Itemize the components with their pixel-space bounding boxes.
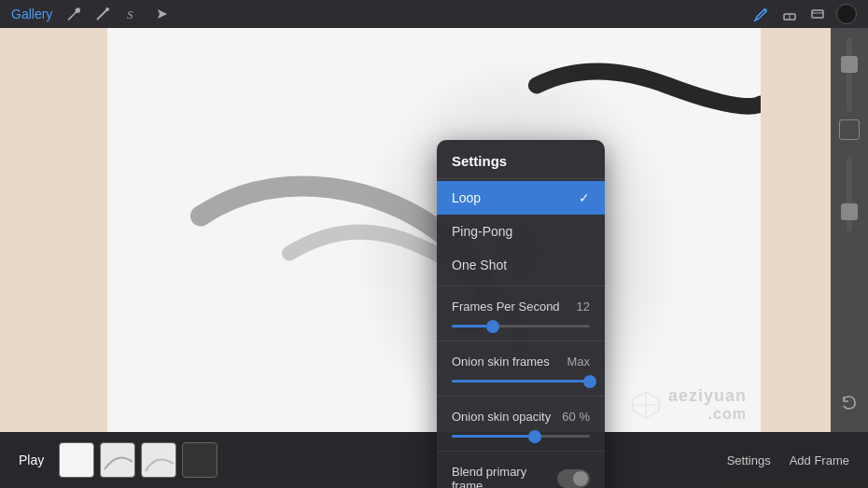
section-divider <box>437 286 605 286</box>
settings-divider <box>437 178 605 179</box>
onion-frames-slider-thumb[interactable] <box>583 375 596 388</box>
undo-button[interactable] <box>838 391 861 413</box>
blend-primary-toggle[interactable] <box>557 469 590 488</box>
fps-slider-container <box>437 323 605 337</box>
blend-primary-knob <box>573 471 588 486</box>
wand-icon[interactable] <box>93 5 112 23</box>
bottom-right: Settings Add Frame <box>727 453 849 467</box>
wrench-icon[interactable] <box>63 5 82 23</box>
top-bar: Gallery S <box>0 0 868 28</box>
top-bar-left: Gallery S <box>11 5 172 23</box>
ping-pong-option[interactable]: Ping-Pong <box>437 215 605 248</box>
onion-opacity-row: Onion skin opacity 60 % <box>437 400 605 433</box>
svg-line-0 <box>97 10 106 20</box>
canvas-area[interactable] <box>107 28 761 432</box>
eraser-icon[interactable] <box>780 5 799 23</box>
frame-thumb-2[interactable] <box>100 442 135 478</box>
onion-opacity-value: 60 % <box>562 410 590 424</box>
onion-frames-row: Onion skin frames Max <box>437 345 605 378</box>
watermark-text: aeziyuan <box>668 386 747 406</box>
add-frame-button[interactable]: Add Frame <box>790 453 849 467</box>
gallery-button[interactable]: Gallery <box>11 7 52 21</box>
frame-thumb-1[interactable] <box>59 442 94 478</box>
svg-text:S: S <box>127 7 133 21</box>
fps-row: Frames Per Second 12 <box>437 290 605 323</box>
one-shot-option[interactable]: One Shot <box>437 248 605 282</box>
loop-checkmark: ✓ <box>579 190 590 205</box>
onion-frames-label: Onion skin frames <box>452 355 550 369</box>
fps-slider-thumb[interactable] <box>486 320 499 333</box>
top-bar-right <box>752 4 857 24</box>
bottom-bar: Play Settings Add Frame <box>0 432 868 488</box>
fps-label: Frames Per Second <box>452 300 560 314</box>
move-icon[interactable] <box>153 5 172 23</box>
canvas-tool-button[interactable] <box>839 119 860 140</box>
section-divider3 <box>437 396 605 397</box>
opacity-slider-thumb[interactable] <box>841 56 858 73</box>
brush-stroke-svg <box>107 28 761 432</box>
watermark: aeziyuan .com <box>629 386 747 423</box>
settings-button[interactable]: Settings <box>727 453 771 467</box>
one-shot-label: One Shot <box>452 258 507 272</box>
fps-value: 12 <box>577 300 590 314</box>
size-slider-track[interactable] <box>847 157 852 231</box>
onion-frames-slider-fill <box>452 380 590 383</box>
blend-primary-label: Blend primary frame <box>452 465 557 488</box>
avatar[interactable] <box>836 4 857 24</box>
onion-frames-slider-track[interactable] <box>452 380 590 383</box>
right-toolbar <box>831 28 868 432</box>
onion-opacity-slider-fill <box>452 435 535 438</box>
section-divider4 <box>437 451 605 452</box>
play-button[interactable]: Play <box>19 453 44 467</box>
loop-label: Loop <box>452 190 481 205</box>
layers-icon[interactable] <box>808 5 827 23</box>
svg-marker-3 <box>158 9 167 19</box>
blend-primary-row: Blend primary frame <box>437 455 605 488</box>
pencil-icon[interactable] <box>752 5 771 23</box>
smudge-icon[interactable]: S <box>123 5 142 23</box>
onion-opacity-slider-container <box>437 433 605 447</box>
onion-opacity-slider-thumb[interactable] <box>528 430 541 443</box>
onion-frames-slider-container <box>437 378 605 392</box>
ping-pong-label: Ping-Pong <box>452 224 512 239</box>
settings-panel: Settings Loop ✓ Ping-Pong One Shot Frame… <box>437 140 605 488</box>
size-slider-thumb[interactable] <box>841 203 858 220</box>
svg-point-1 <box>105 7 109 11</box>
onion-opacity-label: Onion skin opacity <box>452 410 551 424</box>
fps-slider-track[interactable] <box>452 325 590 328</box>
settings-title: Settings <box>437 140 605 178</box>
frame-thumb-3[interactable] <box>141 442 176 478</box>
frame-thumb-4[interactable] <box>182 442 217 478</box>
frame-thumbnails <box>59 442 217 478</box>
opacity-slider-track[interactable] <box>847 37 852 112</box>
loop-option[interactable]: Loop ✓ <box>437 181 605 215</box>
bottom-left: Play <box>19 442 217 478</box>
svg-rect-6 <box>812 10 823 18</box>
section-divider2 <box>437 341 605 342</box>
watermark-text2: .com <box>668 406 747 423</box>
onion-frames-value: Max <box>567 355 590 369</box>
onion-opacity-slider-track[interactable] <box>452 435 590 438</box>
side-left-panel <box>0 28 107 432</box>
